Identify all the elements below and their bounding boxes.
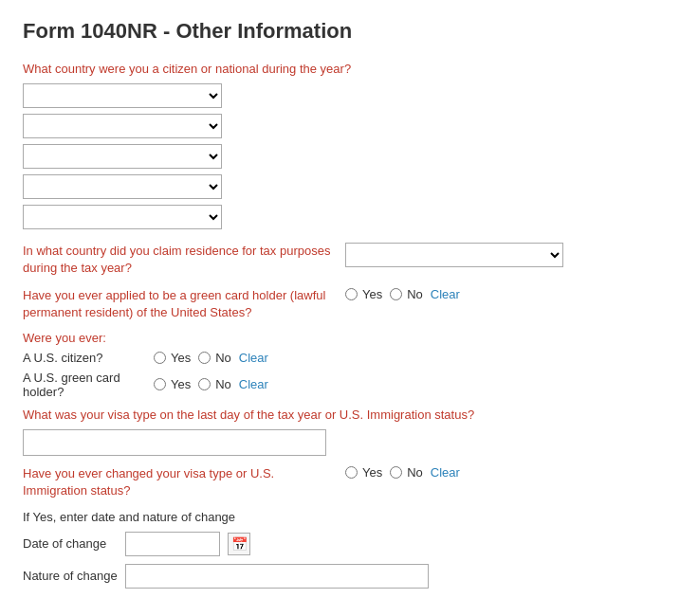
visa-changed-no-radio[interactable] xyxy=(390,466,402,479)
residence-select[interactable] xyxy=(345,243,563,267)
us-citizen-no-radio[interactable] xyxy=(198,352,211,364)
citizenship-section: What country were you a citizen or natio… xyxy=(23,61,657,229)
date-nature-section: If Yes, enter date and nature of change … xyxy=(23,510,657,589)
green-card-yes-label: Yes xyxy=(362,287,382,301)
visa-changed-no-label: No xyxy=(407,465,423,480)
us-citizen-no-label: No xyxy=(215,351,231,365)
date-of-change-row: Date of change 📅 xyxy=(23,532,657,556)
green-card-clear-button[interactable]: Clear xyxy=(431,287,460,301)
visa-changed-controls: Yes No Clear xyxy=(345,465,657,480)
us-citizen-yes-radio[interactable] xyxy=(154,352,166,364)
green-card-controls: Yes No Clear xyxy=(345,287,657,301)
us-citizen-row: A U.S. citizen? Yes No Clear xyxy=(23,351,657,365)
calendar-icon[interactable]: 📅 xyxy=(228,533,250,555)
gc-holder-no-group: No xyxy=(198,377,231,391)
green-card-holder-row: A U.S. green card holder? Yes No Clear xyxy=(23,371,657,399)
nature-of-change-label: Nature of change xyxy=(23,569,118,583)
page-title: Form 1040NR - Other Information xyxy=(23,19,657,44)
green-card-question-label: Have you ever applied to be a green card… xyxy=(23,287,345,321)
gc-holder-yes-label: Yes xyxy=(171,377,191,391)
nature-of-change-input[interactable] xyxy=(125,564,429,589)
green-card-yes-radio[interactable] xyxy=(345,288,358,300)
date-of-change-input[interactable] xyxy=(125,532,220,556)
visa-changed-question-label: Have you ever changed your visa type or … xyxy=(23,465,345,499)
visa-changed-clear-button[interactable]: Clear xyxy=(431,465,460,480)
residence-section: In what country did you claim residence … xyxy=(23,243,657,277)
citizenship-question-label: What country were you a citizen or natio… xyxy=(23,61,657,78)
visa-section: What was your visa type on the last day … xyxy=(23,407,657,456)
us-citizen-clear-button[interactable]: Clear xyxy=(239,351,268,365)
visa-input[interactable] xyxy=(23,429,326,456)
us-citizen-yes-label: Yes xyxy=(171,351,191,365)
green-card-no-radio[interactable] xyxy=(390,288,402,300)
green-card-holder-label: A U.S. green card holder? xyxy=(23,371,146,399)
us-citizen-yes-group: Yes xyxy=(154,351,191,365)
visa-changed-section: Have you ever changed your visa type or … xyxy=(23,465,657,499)
gc-holder-clear-button[interactable]: Clear xyxy=(239,377,268,391)
gc-holder-yes-radio[interactable] xyxy=(154,378,166,390)
visa-changed-no-group: No xyxy=(390,465,423,480)
us-citizen-label: A U.S. citizen? xyxy=(23,351,146,365)
country-select-1[interactable] xyxy=(23,83,222,108)
country-select-3[interactable] xyxy=(23,144,222,169)
nature-of-change-row: Nature of change xyxy=(23,564,657,589)
visa-changed-yes-label: Yes xyxy=(362,465,382,480)
were-ever-title: Were you ever: xyxy=(23,331,657,345)
residence-question-label: In what country did you claim residence … xyxy=(23,243,345,277)
if-yes-label: If Yes, enter date and nature of change xyxy=(23,510,657,524)
green-card-no-label: No xyxy=(407,287,423,301)
residence-control xyxy=(345,243,563,273)
were-ever-section: Were you ever: A U.S. citizen? Yes No Cl… xyxy=(23,331,657,399)
visa-changed-yes-radio[interactable] xyxy=(345,466,358,479)
country-select-4[interactable] xyxy=(23,174,222,199)
us-citizen-no-group: No xyxy=(198,351,231,365)
visa-changed-yes-group: Yes xyxy=(345,465,382,480)
green-card-yes-group: Yes xyxy=(345,287,382,301)
visa-question-label: What was your visa type on the last day … xyxy=(23,407,657,424)
country-select-2[interactable] xyxy=(23,114,222,138)
green-card-section: Have you ever applied to be a green card… xyxy=(23,287,657,321)
green-card-no-group: No xyxy=(390,287,423,301)
gc-holder-no-label: No xyxy=(215,377,231,391)
date-of-change-label: Date of change xyxy=(23,536,118,551)
gc-holder-no-radio[interactable] xyxy=(198,378,211,390)
gc-holder-yes-group: Yes xyxy=(154,377,191,391)
country-select-5[interactable] xyxy=(23,205,222,229)
